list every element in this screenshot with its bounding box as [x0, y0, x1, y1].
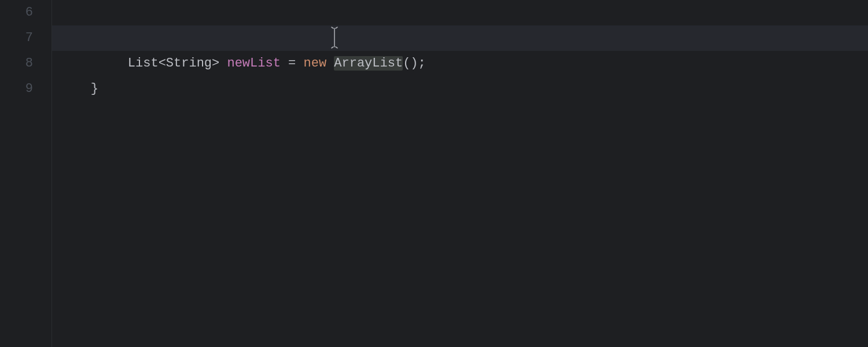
line-number: 9: [0, 76, 52, 102]
line-number: 7: [0, 25, 52, 51]
text-cursor-icon: [334, 29, 334, 47]
code-line-9[interactable]: [52, 76, 868, 102]
code-line-8[interactable]: }: [52, 51, 868, 76]
code-line-7[interactable]: List<String> newList = new ArrayList();: [52, 25, 868, 51]
line-number-gutter: 6 7 8 9: [0, 0, 52, 347]
line-number: 6: [0, 0, 52, 25]
code-line-6[interactable]: [52, 0, 868, 25]
line-number: 8: [0, 51, 52, 76]
code-editor[interactable]: List<String> newList = new ArrayList(); …: [52, 0, 868, 347]
